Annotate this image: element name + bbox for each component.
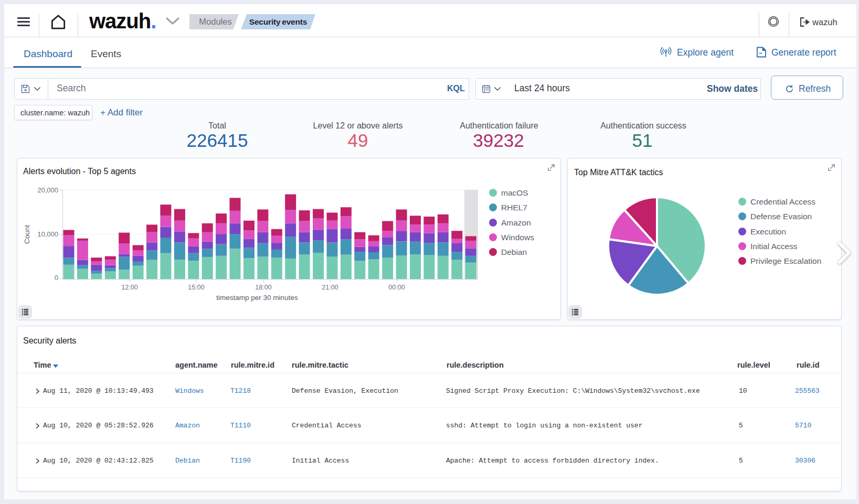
svg-text:timestamp per 30 minutes: timestamp per 30 minutes <box>216 294 298 302</box>
svg-text:18:00: 18:00 <box>255 284 271 291</box>
svg-text:12:00: 12:00 <box>121 284 137 291</box>
svg-text:20,000: 20,000 <box>37 186 58 194</box>
svg-text:15:00: 15:00 <box>188 284 204 291</box>
svg-text:00:00: 00:00 <box>388 284 405 291</box>
svg-text:Count: Count <box>23 225 31 244</box>
svg-text:21:00: 21:00 <box>322 284 338 291</box>
svg-text:10,000: 10,000 <box>37 230 58 238</box>
svg-text:0: 0 <box>55 274 58 282</box>
